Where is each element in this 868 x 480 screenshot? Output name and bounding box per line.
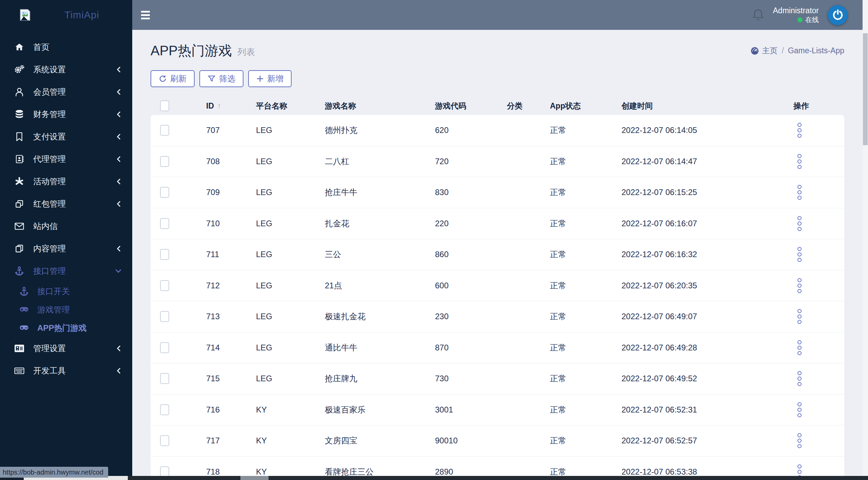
cell-created: 2022-12-07 06:14:05 — [617, 126, 787, 135]
row-checkbox[interactable] — [160, 249, 169, 260]
main-area: Administrator 在线 APP热门游戏 列表 — [132, 0, 863, 480]
refresh-button[interactable]: 刷新 — [151, 70, 195, 87]
sidebar-item-支付设置[interactable]: 支付设置 — [0, 126, 132, 148]
row-checkbox[interactable] — [160, 342, 169, 353]
sidebar-menu: 首页 系统设置 会员管理 财务管理 支付设置 代理 — [0, 30, 132, 382]
breadcrumb: 主页 / Game-Lists-App — [750, 45, 844, 56]
notifications-bell-icon[interactable] — [752, 8, 764, 22]
cell-id: 715 — [198, 374, 253, 383]
anchor-icon — [20, 287, 28, 296]
row-checkbox[interactable] — [160, 466, 169, 477]
select-all-checkbox[interactable] — [160, 100, 169, 111]
table-header: ID↑ 平台名称 游戏名称 游戏代码 分类 App状态 创建时间 操作 — [151, 97, 844, 115]
cell-app-status: 正常 — [542, 125, 617, 136]
sidebar-item-label: 开发工具 — [33, 365, 66, 376]
app-window: TimiApi 首页 系统设置 会员管理 财务管理 支付设置 — [0, 0, 868, 480]
add-button[interactable]: 新增 — [248, 70, 292, 87]
power-icon — [832, 9, 844, 21]
sidebar-item-APP热门游戏[interactable]: APP热门游戏 — [0, 319, 132, 337]
cell-game-code: 600 — [432, 281, 504, 290]
row-checkbox[interactable] — [160, 218, 169, 229]
cell-platform: LEG — [253, 219, 322, 228]
user-avatar-power-button[interactable] — [828, 5, 848, 25]
row-actions-button[interactable] — [797, 308, 802, 325]
col-id[interactable]: ID — [206, 101, 214, 111]
row-actions-button[interactable] — [797, 277, 802, 294]
sidebar-item-系统设置[interactable]: 系统设置 — [0, 58, 132, 81]
sidebar-item-开发工具[interactable]: 开发工具 — [0, 360, 132, 382]
breadcrumb-home-label: 主页 — [762, 45, 777, 56]
sidebar-item-接口管理[interactable]: 接口管理 — [0, 260, 132, 282]
table-row: 711 LEG 三公 860 正常 2022-12-07 06:16:32 — [151, 239, 844, 270]
chevron-left-icon — [116, 345, 121, 351]
row-checkbox[interactable] — [160, 373, 169, 384]
sidebar-item-游戏管理[interactable]: 游戏管理 — [0, 301, 132, 319]
taskbar-strip — [0, 476, 868, 480]
sidebar-item-label: 接口管理 — [33, 266, 66, 276]
sidebar-item-内容管理[interactable]: 内容管理 — [0, 237, 132, 260]
sidebar-item-站内信[interactable]: 站内信 — [0, 215, 132, 237]
user-name: Administrator — [773, 6, 819, 16]
cell-created: 2022-12-07 06:49:28 — [617, 343, 787, 352]
row-actions-button[interactable] — [797, 370, 802, 387]
sidebar-item-财务管理[interactable]: 财务管理 — [0, 103, 132, 126]
sidebar: TimiApi 首页 系统设置 会员管理 财务管理 支付设置 — [0, 0, 132, 480]
refresh-label: 刷新 — [170, 73, 186, 84]
gears-icon — [14, 64, 24, 75]
row-actions-button[interactable] — [797, 432, 802, 449]
sidebar-item-label: 活动管理 — [33, 176, 66, 187]
breadcrumb-home-link[interactable]: 主页 — [750, 45, 777, 56]
row-checkbox[interactable] — [160, 280, 169, 291]
cell-created: 2022-12-07 06:49:07 — [617, 312, 787, 321]
col-app-status: App状态 — [542, 101, 617, 111]
row-checkbox[interactable] — [160, 187, 169, 198]
table-body: 707 LEG 德州扑克 620 正常 2022-12-07 06:14:05 … — [151, 115, 844, 480]
row-actions-button[interactable] — [797, 184, 802, 201]
sidebar-item-红包管理[interactable]: 红包管理 — [0, 193, 132, 215]
scrollbar-thumb[interactable] — [863, 33, 868, 145]
row-actions-button[interactable] — [797, 339, 802, 357]
filter-button[interactable]: 筛选 — [199, 70, 243, 87]
cell-id: 709 — [198, 188, 253, 197]
clone-icon — [14, 199, 24, 209]
row-actions-button[interactable] — [797, 153, 802, 170]
sidebar-logo-row: TimiApi — [0, 0, 132, 30]
page-subtitle: 列表 — [237, 46, 255, 58]
user-info[interactable]: Administrator 在线 — [773, 6, 819, 24]
sidebar-toggle-button[interactable] — [141, 9, 155, 21]
row-checkbox[interactable] — [160, 435, 169, 446]
table-row: 710 LEG 扎金花 220 正常 2022-12-07 06:16:07 — [151, 208, 844, 239]
cell-app-status: 正常 — [542, 218, 617, 229]
cell-game-name: 通比牛牛 — [322, 342, 432, 353]
envelope-icon — [14, 221, 24, 231]
row-actions-button[interactable] — [797, 401, 802, 419]
row-actions-button[interactable] — [797, 215, 802, 232]
row-actions-button[interactable] — [797, 121, 802, 139]
cell-game-name: 德州扑克 — [322, 125, 432, 136]
sort-asc-icon[interactable]: ↑ — [217, 101, 221, 110]
chevron-left-icon — [116, 178, 121, 185]
row-checkbox[interactable] — [160, 311, 169, 322]
cell-game-code: 830 — [432, 188, 504, 197]
page-scrollbar[interactable] — [863, 0, 868, 480]
row-checkbox[interactable] — [160, 125, 169, 136]
row-checkbox[interactable] — [160, 156, 169, 167]
user-icon — [14, 87, 24, 97]
cell-created: 2022-12-07 06:16:32 — [617, 250, 787, 259]
cell-game-name: 文房四宝 — [322, 435, 432, 446]
cell-app-status: 正常 — [542, 373, 617, 384]
sidebar-item-首页[interactable]: 首页 — [0, 36, 132, 58]
row-actions-button[interactable] — [797, 246, 802, 263]
cell-game-code: 230 — [432, 312, 504, 321]
cell-game-name: 抢庄牛牛 — [322, 187, 432, 198]
add-label: 新增 — [267, 73, 283, 84]
sidebar-item-接口开关[interactable]: 接口开关 — [0, 282, 132, 301]
sidebar-item-会员管理[interactable]: 会员管理 — [0, 81, 132, 103]
sidebar-item-活动管理[interactable]: 活动管理 — [0, 170, 132, 193]
cell-id: 713 — [198, 312, 253, 321]
cell-game-code: 220 — [432, 219, 504, 228]
sidebar-item-代理管理[interactable]: 代理管理 — [0, 148, 132, 170]
cell-platform: KY — [253, 467, 322, 477]
sidebar-item-管理设置[interactable]: 管理设置 — [0, 337, 132, 360]
row-checkbox[interactable] — [160, 404, 169, 415]
